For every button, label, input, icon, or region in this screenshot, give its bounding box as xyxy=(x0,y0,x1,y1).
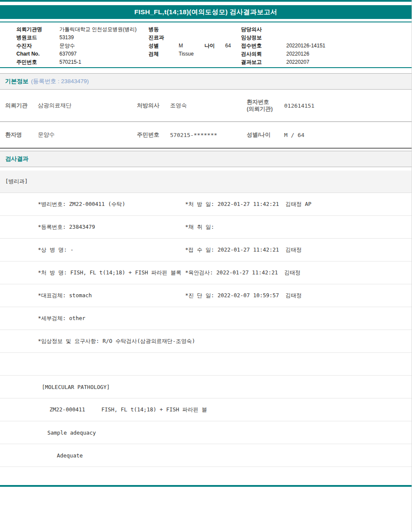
patient-no-label-line2: (의뢰기관) xyxy=(247,106,273,112)
header-row: 접수번호20220126-14151 xyxy=(241,42,325,50)
registration-no: *등록번호: 23843479 xyxy=(38,224,95,231)
resident-no-label: 주민번호 xyxy=(16,58,59,66)
patient-header-col1: 의뢰기관명가톨릭대학교 인천성모병원(병리) 병원코드53139 수진자문양수 … xyxy=(16,25,136,66)
result-row-spacer-tail xyxy=(0,467,412,485)
sample-adequacy-label: Sample adequacy xyxy=(47,429,96,436)
header-row: Chart No.637097 xyxy=(16,50,136,58)
header-row: 결과보고20220207 xyxy=(241,58,325,66)
adequacy-result: Adequate xyxy=(57,452,83,459)
order-datetime: *처 방 일: 2022-01-27 11:42:21 김태정 AP xyxy=(185,201,311,208)
report-page: FISH_FL,t(14;18)(여의도성모) 검사결과보고서 의뢰기관명가톨릭… xyxy=(0,0,412,532)
header-row: 의뢰기관명가톨릭대학교 인천성모병원(병리) xyxy=(16,25,136,34)
top-divider xyxy=(0,0,412,2)
examinee-label: 수진자 xyxy=(16,42,59,50)
patient-no-label: 환자번호 (의뢰기관) xyxy=(247,99,273,112)
header-row: 수진자문양수 xyxy=(16,42,136,50)
header-row: 임상정보 xyxy=(241,34,325,42)
ward-label: 병동 xyxy=(149,25,179,34)
patient-header-col3: 담당의사 임상정보 접수번호20220126-14151 검사의뢰2022012… xyxy=(241,25,325,66)
result-row-prescription-name: *처 방 명: FISH, FL t(14;18) + FISH 파라핀 블록 … xyxy=(0,261,412,284)
molecular-pathology-heading: [MOLECULAR PATHOLOGY] xyxy=(42,384,110,390)
examinee-value: 문양수 xyxy=(59,43,75,49)
prescribing-doctor-label: 처방의사 xyxy=(137,102,159,109)
result-row-test-line: ZM22-000411 FISH, FL t(14;18) + FISH 파라핀… xyxy=(0,398,412,421)
specimen-label: 검체 xyxy=(149,50,179,58)
diagnosis-datetime: *진 단 일: 2022-02-07 10:59:57 김태정 xyxy=(185,292,302,299)
clinical-info-label: 임상정보 xyxy=(241,34,286,42)
gross-exam-datetime: *육안검사: 2022-01-27 11:42:21 김태정 xyxy=(185,269,300,277)
rrn-label: 주민번호 xyxy=(137,131,159,139)
report-date-label: 결과보고 xyxy=(241,58,286,66)
department-row: [병리과] xyxy=(0,171,412,193)
chart-no-value: 637097 xyxy=(59,51,77,57)
main-specimen: *대표검체: stomach xyxy=(38,292,92,299)
basic-info-row-1: 의뢰기관 삼광의료재단 처방의사 조영숙 환자번호 (의뢰기관) 0126141… xyxy=(0,90,412,122)
receipt-datetime: *접 수 일: 2022-01-27 11:42:21 김태정 xyxy=(185,246,302,254)
hospital-code-value: 53139 xyxy=(59,34,74,40)
referrer-name-label: 의뢰기관명 xyxy=(16,25,59,34)
department-label: [병리과] xyxy=(5,178,28,185)
specimen-value: Tissue xyxy=(179,51,194,57)
basic-info-row-2: 환자명 문양수 주민번호 570215-******* 성별/나이 M / 64 xyxy=(0,122,412,149)
report-title-bar: FISH_FL,t(14;18)(여의도성모) 검사결과보고서 xyxy=(0,5,412,19)
result-row-main-specimen: *대표검체: stomach *진 단 일: 2022-02-07 10:59:… xyxy=(0,284,412,307)
result-row-pathology-no: *병리번호: ZM22-000411 (수탁) *처 방 일: 2022-01-… xyxy=(0,193,412,216)
order-date-label: 검사의뢰 xyxy=(241,50,286,58)
result-row-sample-adequacy: Sample adequacy xyxy=(0,421,412,444)
patient-header: 의뢰기관명가톨릭대학교 인천성모병원(병리) 병원코드53139 수진자문양수 … xyxy=(0,22,412,67)
patient-header-col2: 병동 진료과 성별M나이64 검체Tissue xyxy=(149,25,231,58)
patient-no-label-line1: 환자번호 xyxy=(247,99,273,106)
sex-label: 성별 xyxy=(149,42,179,50)
header-row: 병동 xyxy=(149,25,231,34)
result-row-molecular-pathology: [MOLECULAR PATHOLOGY] xyxy=(0,376,412,398)
receipt-no-label: 접수번호 xyxy=(241,42,286,50)
age-value: 64 xyxy=(225,43,231,49)
patient-name-value: 문양수 xyxy=(38,131,55,139)
basic-info-registration-note: (등록번호 : 23843479) xyxy=(31,78,89,85)
result-row-registration-no: *등록번호: 23843479 *채 취 일: xyxy=(0,216,412,239)
header-bottom-rule xyxy=(0,67,412,68)
receipt-no-value: 20220126-14151 xyxy=(286,43,325,49)
referrer-name-value: 가톨릭대학교 인천성모병원(병리) xyxy=(59,26,136,32)
pathology-no: *병리번호: ZM22-000411 (수탁) xyxy=(38,201,125,208)
age-label: 나이 xyxy=(204,42,225,50)
result-row-adequate: Adequate xyxy=(0,444,412,467)
header-row: 성별M나이64 xyxy=(149,42,231,50)
header-row: 주민번호570215-1 xyxy=(16,58,136,66)
results-title: 검사결과 xyxy=(5,155,28,163)
patient-no-value: 012614151 xyxy=(284,103,314,109)
prescription-name: *처 방 명: FISH, FL t(14;18) + FISH 파라핀 블록 xyxy=(38,269,181,277)
hospital-code-label: 병원코드 xyxy=(16,34,59,42)
results-section-header: 검사결과 xyxy=(0,151,412,167)
sex-age-value: M / 64 xyxy=(284,132,304,138)
header-row: 검체Tissue xyxy=(149,50,231,58)
clinical-request: *임상정보 및 요구사항: R/O 수탁검사(삼광의료재단-조영숙) xyxy=(38,338,195,345)
header-row: 검사의뢰20220126 xyxy=(241,50,325,58)
sex-value: M xyxy=(179,42,204,50)
rrn-value: 570215-******* xyxy=(170,132,217,138)
header-row: 진료과 xyxy=(149,34,231,42)
chart-no-label: Chart No. xyxy=(16,50,59,58)
basic-info-title: 기본정보 xyxy=(5,78,28,85)
sex-age-label: 성별/나이 xyxy=(247,131,271,139)
patient-name-label: 환자명 xyxy=(5,131,22,139)
collection-datetime: *채 취 일: xyxy=(185,224,214,231)
report-title: FISH_FL,t(14;18)(여의도성모) 검사결과보고서 xyxy=(134,8,277,17)
referrer-value: 삼광의료재단 xyxy=(38,102,71,109)
diagnosis-name: *상 병 명: - xyxy=(38,246,74,254)
report-date-value: 20220207 xyxy=(286,59,309,65)
result-row-clinical-request: *임상정보 및 요구사항: R/O 수탁검사(삼광의료재단-조영숙) xyxy=(0,330,412,353)
referrer-label: 의뢰기관 xyxy=(5,102,28,109)
result-row-spacer xyxy=(0,353,412,376)
attending-doctor-label: 담당의사 xyxy=(241,25,286,34)
basic-info-section-header: 기본정보 (등록번호 : 23843479) xyxy=(0,73,412,90)
prescribing-doctor-value: 조영숙 xyxy=(170,102,187,109)
result-row-diagnosis-name: *상 병 명: - *접 수 일: 2022-01-27 11:42:21 김태… xyxy=(0,239,412,261)
header-row: 병원코드53139 xyxy=(16,34,136,42)
test-id-and-name: ZM22-000411 FISH, FL t(14;18) + FISH 파라핀… xyxy=(50,406,207,414)
bottom-divider xyxy=(0,485,412,487)
clinic-dept-label: 진료과 xyxy=(149,34,179,42)
result-row-sub-specimen: *세부검체: other xyxy=(0,307,412,330)
order-date-value: 20220126 xyxy=(286,51,309,57)
resident-no-value: 570215-1 xyxy=(59,59,81,65)
